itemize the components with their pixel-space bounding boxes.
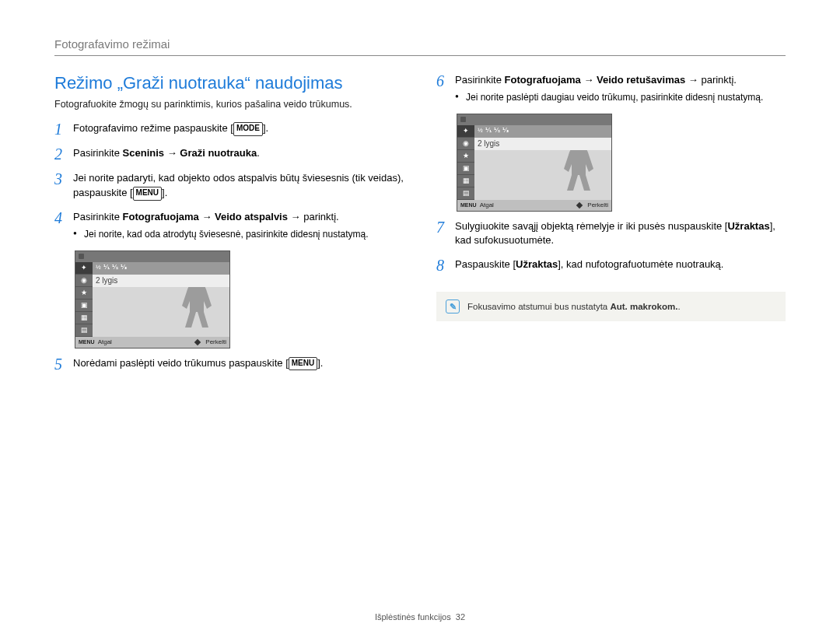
strip-icon: ▦ (75, 312, 93, 324)
strip-icon: ▦ (457, 175, 474, 187)
step-text: Pasirinkite (455, 74, 505, 86)
info-icon: ✎ (446, 299, 460, 313)
frac: ⅟₂ (494, 127, 500, 134)
step-number: 1 (54, 121, 65, 137)
camera-row: ✦ ◉ ★ ▣ ▦ ▤ ½ ⅟₁ ⅟₂ ⅟₃ (75, 262, 229, 337)
camera-iconstrip: ✦ ◉ ★ ▣ ▦ ▤ (75, 262, 93, 337)
camera-canvas (93, 287, 229, 337)
step-text: Sulygiuokite savąjį objektą rėmelyje ir … (455, 220, 727, 232)
step-text: Jei norite padaryti, kad objekto odos at… (73, 172, 404, 198)
frac: ½ (96, 264, 101, 271)
frac: ⅟₁ (103, 264, 110, 271)
step-bullets: Jei norite paslėpti daugiau veido trūkum… (455, 91, 786, 104)
step-number: 7 (436, 219, 447, 249)
camera-iconstrip: ✦ ◉ ★ ▣ ▦ ▤ (457, 125, 474, 200)
strip-icon: ★ (75, 287, 93, 299)
page: Fotografavimo režimai Režimo „Graži nuot… (0, 0, 840, 397)
step-number: 3 (54, 171, 65, 201)
camera-row: ✦ ◉ ★ ▣ ▦ ▤ ½ ⅟₁ ⅟₂ ⅟₃ (457, 125, 611, 200)
left-column: Režimo „Graži nuotrauka“ naudojimas Foto… (54, 73, 404, 381)
bullet: Jei norite, kad oda atrodytų šviesesnė, … (73, 228, 404, 241)
frac: ⅟₃ (121, 264, 127, 271)
page-number: 32 (456, 612, 465, 622)
step-text: ], kad nufotografuotumėte nuotrauką. (558, 258, 723, 270)
content-columns: Režimo „Graži nuotrauka“ naudojimas Foto… (54, 73, 786, 381)
step-body: Pasirinkite Fotografuojama → Veido atspa… (73, 210, 404, 241)
strip-icon: ◉ (75, 275, 93, 287)
frac: ⅟₁ (485, 127, 492, 134)
step-body: Sulygiuokite savąjį objektą rėmelyje ir … (455, 219, 786, 249)
note-text: Fokusavimo atstumui bus nustatyta Aut. m… (467, 299, 681, 313)
step-1: 1 Fotografavimo režime paspauskite [MODE… (54, 121, 404, 137)
divider (54, 55, 786, 56)
page-footer: Išplėstinės funkcijos 32 (0, 612, 840, 622)
strip-icon: ✦ (457, 125, 474, 138)
step-text: ]. (263, 122, 268, 134)
camera-topbar (75, 251, 229, 262)
menu-key: MENU (133, 187, 162, 201)
step-text: parinktį. (698, 74, 737, 86)
camera-bottombar: MENU Atgal Perkelti (75, 337, 229, 348)
step-5: 5 Norėdami paslėpti veido trūkumus paspa… (54, 356, 404, 372)
step-number: 8 (436, 257, 447, 273)
step-body: Pasirinkite Fotografuojama → Veido retuš… (455, 73, 786, 104)
back-label: Atgal (98, 338, 112, 345)
step-text: Paspauskite [ (455, 258, 516, 270)
strip-icon: ▤ (75, 324, 93, 337)
step-3: 3 Jei norite padaryti, kad objekto odos … (54, 171, 404, 201)
step-text: ]. (162, 187, 167, 198)
info-note: ✎ Fokusavimo atstumui bus nustatyta Aut.… (436, 292, 786, 321)
nav-diamond-icon (576, 201, 583, 208)
right-column: 6 Pasirinkite Fotografuojama → Veido ret… (436, 73, 786, 381)
strip-icon: ▣ (457, 163, 474, 175)
camera-fractions: ½ ⅟₁ ⅟₂ ⅟₃ (93, 262, 229, 275)
film-icon (460, 117, 466, 122)
step-body: Paspauskite [Užraktas], kad nufotografuo… (455, 257, 786, 273)
step-text: ]. (317, 357, 323, 369)
step-bold: Fotografuojama → Veido atspalvis → (123, 211, 301, 222)
step-bold: Užraktas (516, 258, 558, 270)
step-bold: Sceninis → Graži nuotrauka (123, 147, 257, 159)
note-part: . (677, 302, 680, 311)
strip-icon: ★ (457, 150, 474, 163)
step-7: 7 Sulygiuokite savąjį objektą rėmelyje i… (436, 219, 786, 249)
camera-level: 2 lygis (93, 275, 229, 287)
camera-preview-1: ✦ ◉ ★ ▣ ▦ ▤ ½ ⅟₁ ⅟₂ ⅟₃ (75, 250, 230, 349)
frac: ⅟₃ (502, 127, 509, 134)
menu-tag: MENU (460, 202, 477, 208)
step-bold: Fotografuojama → Veido retušavimas → (505, 74, 698, 86)
camera-fractions: ½ ⅟₁ ⅟₂ ⅟₃ (474, 125, 611, 138)
step-number: 5 (54, 356, 65, 372)
step-body: Pasirinkite Sceninis → Graži nuotrauka. (73, 146, 404, 162)
menu-key: MENU (289, 357, 317, 371)
strip-icon: ▤ (457, 187, 474, 200)
step-text: Fotografavimo režime paspauskite [ (73, 122, 233, 134)
menu-tag: MENU (79, 339, 95, 345)
bullet: Jei norite paslėpti daugiau veido trūkum… (455, 91, 786, 104)
step-text: . (257, 147, 260, 159)
step-6: 6 Pasirinkite Fotografuojama → Veido ret… (436, 73, 786, 104)
person-silhouette-icon (166, 287, 220, 337)
step-text: Norėdami paslėpti veido trūkumus paspaus… (73, 357, 289, 369)
person-silhouette-icon (548, 150, 602, 200)
step-body: Norėdami paslėpti veido trūkumus paspaus… (73, 356, 404, 372)
step-body: Fotografavimo režime paspauskite [MODE]. (73, 121, 404, 137)
camera-level: 2 lygis (474, 138, 611, 150)
step-bullets: Jei norite, kad oda atrodytų šviesesnė, … (73, 228, 404, 241)
frac: ⅟₂ (112, 264, 118, 271)
step-body: Jei norite padaryti, kad objekto odos at… (73, 171, 404, 201)
step-number: 6 (436, 73, 447, 104)
strip-icon: ▣ (75, 299, 93, 312)
footer-text: Išplėstinės funkcijos (375, 612, 451, 622)
level-label: 2 lygis (96, 276, 117, 285)
strip-icon: ✦ (75, 262, 93, 275)
strip-icon: ◉ (457, 138, 474, 150)
step-number: 2 (54, 146, 65, 162)
note-part: Fokusavimo atstumui bus nustatyta (467, 302, 610, 311)
nav-diamond-icon (194, 338, 201, 345)
note-bold: Aut. makrokom. (610, 302, 677, 311)
level-label: 2 lygis (478, 139, 499, 148)
step-text: Pasirinkite (73, 147, 123, 159)
move-label: Perkelti (205, 338, 226, 345)
step-2: 2 Pasirinkite Sceninis → Graži nuotrauka… (54, 146, 404, 162)
